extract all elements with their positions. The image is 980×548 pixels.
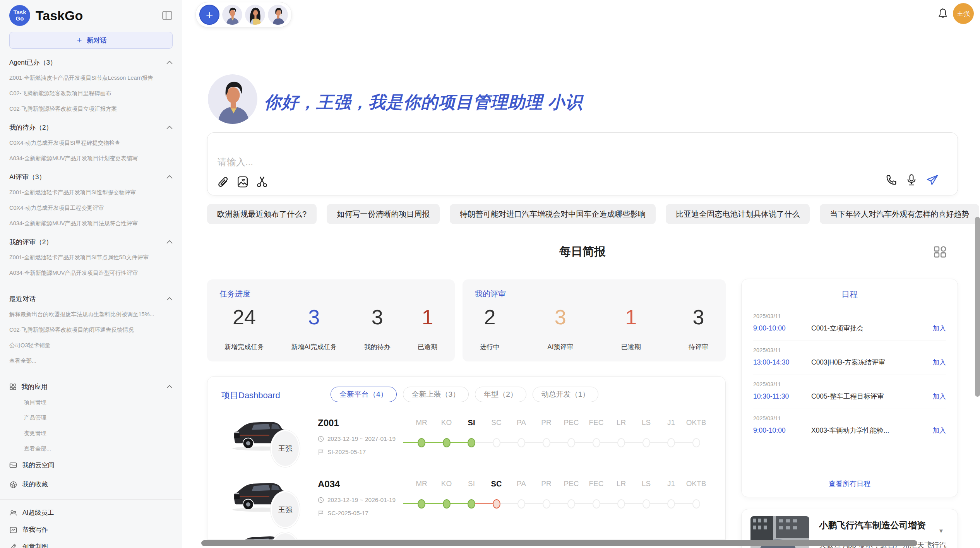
suggestion-chip[interactable]: 如何写一份清晰的项目周报 [327, 204, 440, 224]
milestone-dot [468, 499, 475, 509]
schedule-card: 日程 2025/03/119:00-10:00C001-立项审批会加入2025/… [741, 279, 958, 497]
sidebar-link-我的收藏[interactable]: 我的收藏 [9, 477, 173, 492]
paperclip-icon[interactable] [217, 175, 230, 188]
stat-item: 1已逾期 [621, 305, 641, 351]
sidebar-task-item[interactable]: C0X4-动力总成开发项目工程变更评审 [9, 203, 173, 213]
sidebar-task-item[interactable]: Z001-全新燃油轻卡产品开发项目SI造型提交物评审 [9, 187, 173, 197]
dashboard-tab[interactable]: 年型（2） [475, 387, 526, 402]
chevron-up-icon [166, 240, 173, 244]
milestone-dot [418, 438, 425, 447]
notifications-bell-icon[interactable] [937, 8, 948, 21]
new-chat-button[interactable]: ＋ 新对话 [9, 32, 173, 49]
sidebar-link-label: 创意制图 [22, 543, 48, 548]
recent-chats-title: 最近对话 [9, 295, 36, 303]
join-meeting-link[interactable]: 加入 [933, 358, 946, 367]
dashboard-tab[interactable]: 动总开发（1） [533, 387, 599, 402]
stat-value: 3 [692, 305, 704, 329]
vertical-scrollbar[interactable] [975, 217, 980, 397]
agent-avatar-1[interactable] [222, 5, 242, 25]
sidebar-section-header[interactable]: 我的评审（2） [9, 237, 173, 247]
recent-chats-list: 解释最新出台的欧盟报废车法规再生塑料比例被调至15%...C02-飞腾新能源轻客… [9, 309, 173, 366]
sidebar-collapse-icon[interactable] [162, 10, 173, 21]
view-all-schedule-link[interactable]: 查看所有日程 [742, 479, 958, 488]
milestone-dot [493, 499, 500, 509]
milestone-label: LR [608, 418, 635, 427]
scissors-icon[interactable] [256, 175, 268, 188]
sidebar-task-item[interactable]: C02-飞腾新能源轻客改款项目里程碑画布 [9, 88, 173, 98]
milestone-label: PR [533, 418, 560, 427]
user-avatar[interactable]: 王强 [953, 3, 974, 24]
recent-chat-item[interactable]: 公司Q3轻卡销量 [9, 340, 173, 350]
project-row[interactable] [207, 533, 725, 540]
my-apps-header[interactable]: 我的应用 [9, 382, 173, 392]
recent-chat-item[interactable]: 解释最新出台的欧盟报废车法规再生塑料比例被调至15%... [9, 309, 173, 319]
milestone-label: KO [433, 480, 460, 488]
join-meeting-link[interactable]: 加入 [933, 426, 946, 435]
people-icon [9, 510, 17, 516]
stat-card-0: 任务进度24新增完成任务3新增AI完成任务3我的待办1已逾期 [207, 279, 455, 361]
agent-avatar-2[interactable] [245, 5, 265, 25]
app-root: Task Go TaskGo ＋ 新对话 Agent已办（3）Z001-全新燃油… [0, 0, 980, 548]
schedule-name: C005-整车工程目标评审 [811, 392, 928, 401]
project-row[interactable]: 王强Z0012023-12-19 ~ 2027-01-19SI-2025-05-… [207, 411, 725, 472]
agent-avatar-3[interactable] [268, 5, 288, 25]
project-row[interactable]: 王强A0342023-12-19 ~ 2026-01-19SC-2025-05-… [207, 472, 725, 533]
stat-label: 我的待办 [364, 342, 391, 351]
horizontal-scrollbar[interactable] [201, 540, 917, 546]
sidebar-task-item[interactable]: Z001-全新燃油皮卡产品开发项目SI节点Lesson Learn报告 [9, 73, 173, 83]
sidebar-task-item[interactable]: C02-飞腾新能源轻客改款项目立项汇报方案 [9, 104, 173, 114]
sidebar-link-帮我写作[interactable]: 帮我写作 [9, 521, 173, 538]
sidebar-section-2: AI评审（3）Z001-全新燃油轻卡产品开发项目SI造型提交物评审C0X4-动力… [9, 172, 173, 228]
stat-item: 24新增完成任务 [224, 305, 264, 351]
stat-item: 3AI预评审 [547, 305, 573, 351]
sidebar-task-item[interactable]: A034-全新新能源MUV产品开发项目造型可行性评审 [9, 268, 173, 278]
chat-input[interactable] [217, 155, 838, 172]
sidebar-task-item[interactable]: C0X4-动力总成开发项目SI里程碑提交物检查 [9, 138, 173, 148]
schedule-item: 2025/03/119:00-10:00C001-立项审批会加入 [753, 307, 946, 341]
sidebar-task-item[interactable]: A034-全新新能源MUV产品开发项目法规符合性评审 [9, 218, 173, 228]
milestone-label: LR [608, 480, 635, 488]
layout-grid-icon[interactable] [933, 245, 947, 260]
mic-icon[interactable] [906, 174, 917, 186]
sidebar-link-创意制图[interactable]: 创意制图 [9, 538, 173, 548]
scroll-down-arrow-icon[interactable]: ▼ [938, 527, 944, 534]
suggestion-chip[interactable]: 当下年轻人对汽车外观有怎样的喜好趋势 [820, 204, 979, 224]
send-icon[interactable] [926, 174, 939, 186]
stat-card-title: 我的评审 [475, 289, 506, 299]
sidebar-section-header[interactable]: AI评审（3） [9, 172, 173, 182]
recent-chats-header[interactable]: 最近对话 [9, 294, 173, 304]
date-range-text: 2023-12-19 ~ 2027-01-19 [327, 435, 396, 442]
add-agent-button[interactable]: ＋ [199, 5, 219, 25]
image-icon[interactable] [236, 175, 249, 188]
suggestion-chip[interactable]: 特朗普可能对进口汽车增税会对中国车企造成哪些影响 [450, 204, 656, 224]
sidebar-section-header[interactable]: Agent已办（3） [9, 57, 173, 67]
my-apps-item[interactable]: 变更管理 [9, 428, 173, 438]
sidebar-task-item[interactable]: Z001-全新燃油轻卡产品开发项目SI节点属性5D文件评审 [9, 252, 173, 262]
recent-chat-item[interactable]: C02-飞腾新能源轻客改款项目的闭环通告反馈情况 [9, 325, 173, 335]
sidebar-link-label: AI超级员工 [22, 509, 54, 517]
my-apps-item[interactable]: 产品管理 [9, 413, 173, 423]
sidebar-section-header[interactable]: 我的待办（2） [9, 122, 173, 132]
assistant-avatar [208, 74, 257, 124]
milestone-label: OKTB [683, 418, 710, 427]
join-meeting-link[interactable]: 加入 [933, 392, 946, 401]
stat-item: 3我的待办 [364, 305, 391, 351]
logo-line1: Task [13, 9, 26, 15]
join-meeting-link[interactable]: 加入 [933, 324, 946, 333]
dashboard-tab[interactable]: 全新上装（3） [403, 387, 469, 402]
sidebar-link-AI超级员工[interactable]: AI超级员工 [9, 504, 173, 521]
my-apps-item[interactable]: 项目管理 [9, 397, 173, 407]
dashboard-tab[interactable]: 全新平台（4） [331, 387, 397, 402]
sidebar-task-item[interactable]: A034-全新新能源MUV产品开发项目计划变更表编写 [9, 153, 173, 163]
sidebar-section-title: 我的评审（2） [9, 238, 52, 247]
suggestion-chip[interactable]: 比亚迪全固态电池计划具体说了什么 [666, 204, 810, 224]
recent-chat-item[interactable]: 查看全部... [9, 356, 173, 366]
stat-item: 1已逾期 [418, 305, 437, 351]
scroll-right-arrow-icon[interactable]: ▶ [928, 539, 933, 546]
sidebar-link-我的云空间[interactable]: 我的云空间 [9, 457, 173, 473]
milestone-dot [543, 499, 550, 509]
phone-icon[interactable] [886, 174, 897, 186]
my-apps-item[interactable]: 查看全部... [9, 444, 173, 454]
milestone-dot [593, 499, 600, 509]
suggestion-chip[interactable]: 欧洲新规最近颁布了什么? [207, 204, 317, 224]
